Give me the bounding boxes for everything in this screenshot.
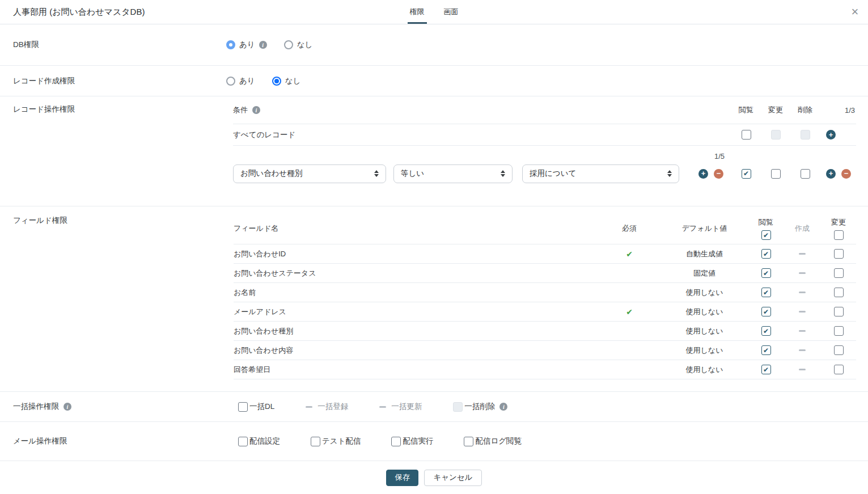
all-records-view-checkbox[interactable] [742,130,751,140]
create-disabled-dash-icon [799,272,806,274]
info-icon[interactable] [499,403,507,411]
condition-operator-select[interactable]: 等しい [393,164,513,183]
add-condition-value-button[interactable]: + [698,169,708,179]
condition-row: お問い合わせ種別 等しい 採用について + [233,161,856,187]
up-down-arrows-icon [667,170,672,177]
all-records-label: すべてのレコード [233,130,731,140]
radio-checked-icon[interactable] [226,40,235,49]
edit-checkbox[interactable] [834,268,844,278]
checkbox-item[interactable]: 配信実行 [391,436,433,446]
checkbox-label: 配信設定 [249,436,280,446]
condition-value-pager: 1/5 [233,152,731,161]
checkbox[interactable] [391,437,401,446]
view-checkbox[interactable]: ✔ [761,326,771,336]
checkbox-item[interactable]: 配信設定 [238,436,280,446]
remove-condition-value-button[interactable]: − [714,169,723,179]
checkbox-label: 一括更新 [391,402,422,412]
save-button[interactable]: 保存 [386,470,418,486]
radio-label: あり [239,40,255,50]
tab-screen[interactable]: 画面 [442,0,461,24]
field-name: お名前 [234,288,598,298]
db-permission-label: DB権限 [0,24,226,65]
condition-value-select[interactable]: 採用について [522,164,679,183]
section-record-create-permission: レコード作成権限 あり なし [0,66,868,96]
header-view-checkbox[interactable]: ✔ [761,230,771,240]
db-permission-option-ari[interactable]: あり [226,40,267,50]
field-name: お問い合わせID [234,249,598,259]
header-required: 必須 [598,223,660,234]
create-disabled-dash-icon [799,330,806,332]
info-icon[interactable] [63,403,71,411]
cancel-button[interactable]: キャンセル [424,470,481,486]
all-records-delete-checkbox [801,130,810,140]
column-delete: 削除 [790,105,820,115]
modal-footer: 保存 キャンセル [0,461,868,494]
info-icon[interactable] [252,106,260,114]
record-create-option-ari[interactable]: あり [226,76,255,86]
radio-unchecked-icon[interactable] [284,40,293,49]
edit-checkbox[interactable] [834,326,844,336]
condition-field-select[interactable]: お問い合わせ種別 [233,164,386,183]
view-checkbox[interactable]: ✔ [761,249,771,259]
modal-header: 人事部用 (お問い合わせマスタDB) 権限 画面 × [0,0,868,24]
tab-bar: 権限 画面 [408,0,461,24]
view-checkbox[interactable]: ✔ [761,365,771,374]
checkbox-label: 一括登録 [317,402,348,412]
create-disabled-dash-icon [799,311,806,313]
radio-unchecked-icon[interactable] [226,77,235,86]
edit-checkbox[interactable] [834,345,844,355]
header-view: 閲覧 [759,217,773,227]
edit-checkbox[interactable] [834,365,844,374]
info-icon[interactable] [259,41,267,49]
checkbox-item[interactable]: 配信ログ閲覧 [464,436,522,446]
up-down-arrows-icon [501,170,505,177]
header-edit: 変更 [831,217,846,227]
mail-operation-permission-label: メール操作権限 [0,422,226,461]
edit-checkbox[interactable] [834,249,844,259]
view-checkbox[interactable]: ✔ [761,345,771,355]
disabled-checkbox [453,402,463,412]
radio-checked-icon[interactable] [272,77,281,86]
remove-condition-row-button[interactable]: − [841,169,851,179]
edit-checkbox[interactable] [834,307,844,316]
condition-view-checkbox[interactable]: ✔ [742,169,751,179]
checkbox-item[interactable]: 一括DL [238,402,274,412]
checkbox-label: テスト配信 [322,436,361,446]
disabled-dash-icon [306,406,312,408]
checkbox-item[interactable]: 一括登録 [306,402,348,412]
mail-operation-items: 配信設定 テスト配信 配信実行 配信ログ閲覧 [238,436,522,446]
view-checkbox[interactable]: ✔ [761,288,771,297]
checkbox[interactable] [238,402,248,412]
field-table-header: フィールド名 必須 デフォルト値 閲覧 ✔ 作成 変更 [234,213,856,244]
tab-permission[interactable]: 権限 [408,0,427,24]
close-icon[interactable]: × [848,5,862,19]
condition-edit-checkbox[interactable] [771,169,781,179]
checkbox-label: 配信ログ閲覧 [475,436,522,446]
checkbox[interactable] [238,437,248,446]
add-condition-button[interactable]: + [826,130,836,140]
condition-delete-checkbox[interactable] [801,169,810,179]
default-value: 使用しない [660,307,748,317]
permission-modal: 人事部用 (お問い合わせマスタDB) 権限 画面 × DB権限 あり なし [0,0,868,494]
checkbox-item[interactable]: 一括削除 [453,402,507,412]
create-disabled-dash-icon [799,292,806,293]
required-check-icon: ✔ [626,307,633,316]
field-permission-label: フィールド権限 [0,206,226,391]
view-checkbox[interactable]: ✔ [761,307,771,316]
checkbox-item[interactable]: テスト配信 [311,436,361,446]
checkbox[interactable] [311,437,320,446]
table-row: お名前 使用しない ✔ [234,283,856,302]
section-record-operation-permission: レコード操作権限 条件 閲覧 変更 削除 1/3 すべてのレコード [0,96,868,206]
checkbox-item[interactable]: 一括更新 [379,402,422,412]
edit-checkbox[interactable] [834,288,844,297]
view-checkbox[interactable]: ✔ [761,268,771,278]
condition-header-row: 条件 閲覧 変更 削除 1/3 [233,96,856,124]
header-edit-checkbox[interactable] [834,230,844,240]
create-disabled-dash-icon [799,369,806,370]
record-create-option-nashi[interactable]: なし [272,76,301,86]
add-condition-row-button[interactable]: + [826,169,836,179]
condition-label: 条件 [233,105,248,115]
db-permission-option-nashi[interactable]: なし [284,40,313,50]
checkbox[interactable] [464,437,473,446]
checkbox-label: 一括DL [249,402,274,412]
